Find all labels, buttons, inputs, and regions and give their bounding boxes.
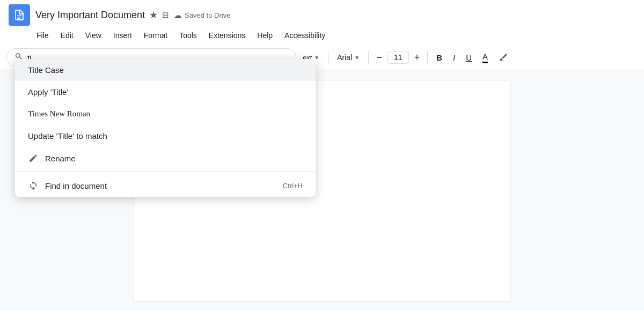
menu-item-extensions[interactable]: Extensions bbox=[203, 29, 251, 42]
dropdown-item-title-case-label: Title Case bbox=[28, 65, 64, 75]
font-color-indicator: A bbox=[482, 52, 488, 63]
font-size-box[interactable]: 11 bbox=[387, 51, 409, 64]
menu-item-tools[interactable]: Tools bbox=[174, 29, 202, 42]
app-icon bbox=[9, 4, 30, 26]
find-icon bbox=[28, 181, 39, 190]
doc-title-row: Very Important Document ★ ⊟ ☁ Saved to D… bbox=[35, 9, 230, 21]
toolbar-separator-2 bbox=[368, 51, 369, 64]
font-size-decrease[interactable]: − bbox=[373, 51, 385, 64]
find-in-document-label: Find in document bbox=[45, 181, 107, 190]
menu-item-edit[interactable]: Edit bbox=[55, 29, 79, 42]
toolbar-separator-1 bbox=[328, 51, 328, 64]
font-size-increase[interactable]: + bbox=[411, 51, 423, 64]
dropdown-item-find-in-document[interactable]: Find in document Ctrl+H bbox=[15, 174, 316, 197]
find-in-document-shortcut: Ctrl+H bbox=[283, 182, 303, 190]
dropdown-item-rename-label: Rename bbox=[45, 154, 76, 163]
folder-icon[interactable]: ⊟ bbox=[162, 10, 169, 20]
title-area: Very Important Document ★ ⊟ ☁ Saved to D… bbox=[35, 9, 230, 21]
paint-format-button[interactable] bbox=[494, 50, 513, 65]
doc-title-text: Very Important Document bbox=[35, 10, 145, 21]
menu-item-view[interactable]: View bbox=[80, 29, 107, 42]
search-dropdown: Title Case Apply 'Title' Times New Roman… bbox=[15, 59, 316, 197]
dropdown-item-times-new-roman-label: Times New Roman bbox=[28, 109, 90, 119]
menu-item-file[interactable]: File bbox=[31, 29, 54, 42]
menu-item-help[interactable]: Help bbox=[252, 29, 278, 42]
italic-button[interactable]: I bbox=[449, 50, 459, 65]
font-chevron: ▼ bbox=[354, 55, 360, 61]
saved-status: ☁ Saved to Drive bbox=[173, 10, 230, 20]
title-icons: ★ ⊟ ☁ Saved to Drive bbox=[149, 9, 230, 21]
dropdown-item-apply-title-label: Apply 'Title' bbox=[28, 87, 68, 97]
saved-status-text: Saved to Drive bbox=[185, 11, 230, 19]
dropdown-item-rename[interactable]: Rename bbox=[15, 147, 316, 169]
underline-button[interactable]: U bbox=[462, 50, 476, 65]
font-label: Arial bbox=[337, 53, 352, 62]
text-style-chevron: ▼ bbox=[314, 55, 319, 61]
menu-item-accessibility[interactable]: Accessibility bbox=[279, 29, 331, 42]
star-icon[interactable]: ★ bbox=[149, 9, 158, 21]
cloud-icon: ☁ bbox=[173, 10, 182, 20]
font-selector[interactable]: Arial ▼ bbox=[333, 50, 364, 64]
menu-item-insert[interactable]: Insert bbox=[108, 29, 137, 42]
menu-item-format[interactable]: Format bbox=[138, 29, 173, 42]
menu-bar: File Edit View Insert Format Tools Exten… bbox=[0, 28, 644, 45]
rename-icon bbox=[28, 153, 39, 163]
bold-button[interactable]: B bbox=[432, 50, 447, 65]
dropdown-item-update-title-label: Update 'Title' to match bbox=[28, 131, 107, 140]
dropdown-item-update-title[interactable]: Update 'Title' to match bbox=[15, 125, 316, 147]
dropdown-divider bbox=[15, 172, 316, 172]
font-color-button[interactable]: A bbox=[478, 49, 492, 66]
dropdown-item-title-case[interactable]: Title Case bbox=[15, 59, 316, 81]
toolbar-separator-3 bbox=[427, 51, 428, 64]
dropdown-item-times-new-roman[interactable]: Times New Roman bbox=[15, 103, 316, 125]
title-bar: Very Important Document ★ ⊟ ☁ Saved to D… bbox=[0, 0, 644, 28]
dropdown-item-apply-title[interactable]: Apply 'Title' bbox=[15, 81, 316, 103]
